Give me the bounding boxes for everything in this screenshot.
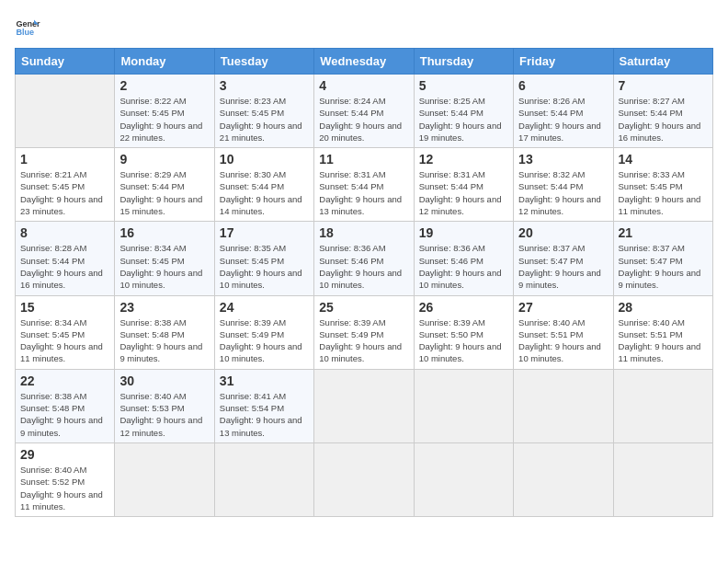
- calendar-cell: 21Sunrise: 8:37 AMSunset: 5:47 PMDayligh…: [613, 222, 712, 295]
- day-number: 15: [20, 300, 109, 315]
- day-info: Sunrise: 8:21 AMSunset: 5:45 PMDaylight:…: [20, 168, 109, 217]
- day-number: 29: [20, 447, 109, 462]
- day-of-week-header: Thursday: [414, 49, 513, 75]
- day-info: Sunrise: 8:31 AMSunset: 5:44 PMDaylight:…: [319, 168, 408, 217]
- calendar-week-row: 22Sunrise: 8:38 AMSunset: 5:48 PMDayligh…: [16, 369, 713, 442]
- logo-icon: General Blue: [15, 15, 40, 40]
- calendar-cell: 16Sunrise: 8:34 AMSunset: 5:45 PMDayligh…: [115, 222, 214, 295]
- day-of-week-header: Saturday: [613, 49, 712, 75]
- day-info: Sunrise: 8:40 AMSunset: 5:52 PMDaylight:…: [20, 464, 109, 512]
- calendar-cell: [514, 369, 613, 442]
- calendar-cell: 14Sunrise: 8:33 AMSunset: 5:45 PMDayligh…: [613, 148, 712, 222]
- day-info: Sunrise: 8:38 AMSunset: 5:48 PMDaylight:…: [119, 316, 209, 365]
- calendar-cell: [613, 442, 712, 516]
- calendar-cell: 6Sunrise: 8:26 AMSunset: 5:44 PMDaylight…: [514, 75, 613, 148]
- calendar-header-row: SundayMondayTuesdayWednesdayThursdayFrid…: [16, 49, 713, 75]
- day-info: Sunrise: 8:32 AMSunset: 5:44 PMDaylight:…: [518, 168, 608, 217]
- calendar-cell: 15Sunrise: 8:34 AMSunset: 5:45 PMDayligh…: [16, 295, 115, 369]
- day-info: Sunrise: 8:22 AMSunset: 5:45 PMDaylight:…: [119, 95, 209, 144]
- calendar-cell: 23Sunrise: 8:38 AMSunset: 5:48 PMDayligh…: [115, 295, 214, 369]
- calendar-cell: [214, 442, 313, 516]
- day-number: 8: [20, 225, 109, 240]
- day-number: 12: [419, 152, 508, 167]
- day-number: 19: [419, 225, 508, 240]
- page-header: General Blue: [15, 15, 713, 40]
- day-info: Sunrise: 8:35 AMSunset: 5:45 PMDaylight:…: [220, 242, 309, 291]
- day-number: 13: [518, 152, 608, 167]
- calendar-cell: 7Sunrise: 8:27 AMSunset: 5:44 PMDaylight…: [613, 75, 712, 148]
- calendar-cell: 26Sunrise: 8:39 AMSunset: 5:50 PMDayligh…: [414, 295, 513, 369]
- calendar-cell: 22Sunrise: 8:38 AMSunset: 5:48 PMDayligh…: [16, 369, 115, 442]
- calendar-cell: [314, 442, 414, 516]
- day-number: 7: [619, 78, 708, 93]
- calendar-cell: 10Sunrise: 8:30 AMSunset: 5:44 PMDayligh…: [214, 148, 313, 222]
- calendar-week-row: 15Sunrise: 8:34 AMSunset: 5:45 PMDayligh…: [16, 295, 713, 369]
- calendar-cell: 1Sunrise: 8:21 AMSunset: 5:45 PMDaylight…: [16, 148, 115, 222]
- day-info: Sunrise: 8:24 AMSunset: 5:44 PMDaylight:…: [319, 95, 408, 144]
- day-number: 27: [518, 300, 608, 315]
- day-info: Sunrise: 8:30 AMSunset: 5:44 PMDaylight:…: [220, 168, 309, 217]
- day-number: 3: [220, 78, 309, 93]
- calendar-week-row: 29Sunrise: 8:40 AMSunset: 5:52 PMDayligh…: [16, 442, 713, 516]
- day-info: Sunrise: 8:40 AMSunset: 5:53 PMDaylight:…: [119, 390, 209, 439]
- calendar-cell: 18Sunrise: 8:36 AMSunset: 5:46 PMDayligh…: [314, 222, 414, 295]
- day-info: Sunrise: 8:28 AMSunset: 5:44 PMDaylight:…: [20, 242, 109, 291]
- calendar-cell: 12Sunrise: 8:31 AMSunset: 5:44 PMDayligh…: [414, 148, 513, 222]
- day-number: 5: [419, 78, 508, 93]
- day-number: 28: [619, 300, 708, 315]
- calendar-cell: 19Sunrise: 8:36 AMSunset: 5:46 PMDayligh…: [414, 222, 513, 295]
- day-info: Sunrise: 8:34 AMSunset: 5:45 PMDaylight:…: [119, 242, 209, 291]
- day-number: 9: [119, 152, 209, 167]
- day-info: Sunrise: 8:33 AMSunset: 5:45 PMDaylight:…: [619, 168, 708, 217]
- day-info: Sunrise: 8:26 AMSunset: 5:44 PMDaylight:…: [518, 95, 608, 144]
- day-info: Sunrise: 8:25 AMSunset: 5:44 PMDaylight:…: [419, 95, 508, 144]
- day-number: 26: [419, 300, 508, 315]
- calendar-cell: 9Sunrise: 8:29 AMSunset: 5:44 PMDaylight…: [115, 148, 214, 222]
- day-info: Sunrise: 8:40 AMSunset: 5:51 PMDaylight:…: [619, 316, 708, 365]
- calendar-cell: [414, 369, 513, 442]
- day-info: Sunrise: 8:38 AMSunset: 5:48 PMDaylight:…: [20, 390, 109, 439]
- day-number: 25: [319, 300, 408, 315]
- day-info: Sunrise: 8:39 AMSunset: 5:50 PMDaylight:…: [419, 316, 508, 365]
- calendar-cell: 27Sunrise: 8:40 AMSunset: 5:51 PMDayligh…: [514, 295, 613, 369]
- logo: General Blue: [15, 15, 46, 40]
- day-number: 30: [119, 373, 209, 388]
- calendar-cell: [115, 442, 214, 516]
- day-number: 14: [619, 152, 708, 167]
- day-info: Sunrise: 8:39 AMSunset: 5:49 PMDaylight:…: [220, 316, 309, 365]
- calendar-cell: 5Sunrise: 8:25 AMSunset: 5:44 PMDaylight…: [414, 75, 513, 148]
- day-number: 22: [20, 373, 109, 388]
- day-number: 17: [220, 225, 309, 240]
- calendar-cell: 20Sunrise: 8:37 AMSunset: 5:47 PMDayligh…: [514, 222, 613, 295]
- day-info: Sunrise: 8:31 AMSunset: 5:44 PMDaylight:…: [419, 168, 508, 217]
- calendar-cell: 8Sunrise: 8:28 AMSunset: 5:44 PMDaylight…: [16, 222, 115, 295]
- day-number: 16: [119, 225, 209, 240]
- day-of-week-header: Sunday: [16, 49, 115, 75]
- calendar-cell: 28Sunrise: 8:40 AMSunset: 5:51 PMDayligh…: [613, 295, 712, 369]
- day-of-week-header: Monday: [115, 49, 214, 75]
- day-info: Sunrise: 8:36 AMSunset: 5:46 PMDaylight:…: [319, 242, 408, 291]
- calendar-cell: [613, 369, 712, 442]
- calendar-cell: [414, 442, 513, 516]
- svg-text:Blue: Blue: [16, 28, 34, 37]
- day-number: 1: [20, 152, 109, 167]
- day-number: 6: [518, 78, 608, 93]
- calendar-week-row: 2Sunrise: 8:22 AMSunset: 5:45 PMDaylight…: [16, 75, 713, 148]
- calendar-cell: 25Sunrise: 8:39 AMSunset: 5:49 PMDayligh…: [314, 295, 414, 369]
- day-of-week-header: Tuesday: [214, 49, 313, 75]
- calendar-cell: 4Sunrise: 8:24 AMSunset: 5:44 PMDaylight…: [314, 75, 414, 148]
- day-number: 10: [220, 152, 309, 167]
- calendar-cell: 17Sunrise: 8:35 AMSunset: 5:45 PMDayligh…: [214, 222, 313, 295]
- day-info: Sunrise: 8:37 AMSunset: 5:47 PMDaylight:…: [518, 242, 608, 291]
- day-number: 21: [619, 225, 708, 240]
- day-info: Sunrise: 8:34 AMSunset: 5:45 PMDaylight:…: [20, 316, 109, 365]
- day-info: Sunrise: 8:36 AMSunset: 5:46 PMDaylight:…: [419, 242, 508, 291]
- calendar-cell: 11Sunrise: 8:31 AMSunset: 5:44 PMDayligh…: [314, 148, 414, 222]
- calendar-cell: 29Sunrise: 8:40 AMSunset: 5:52 PMDayligh…: [16, 442, 115, 516]
- day-number: 31: [220, 373, 309, 388]
- day-of-week-header: Friday: [514, 49, 613, 75]
- calendar-table: SundayMondayTuesdayWednesdayThursdayFrid…: [15, 48, 713, 517]
- day-info: Sunrise: 8:29 AMSunset: 5:44 PMDaylight:…: [119, 168, 209, 217]
- calendar-cell: 3Sunrise: 8:23 AMSunset: 5:45 PMDaylight…: [214, 75, 313, 148]
- day-info: Sunrise: 8:39 AMSunset: 5:49 PMDaylight:…: [319, 316, 408, 365]
